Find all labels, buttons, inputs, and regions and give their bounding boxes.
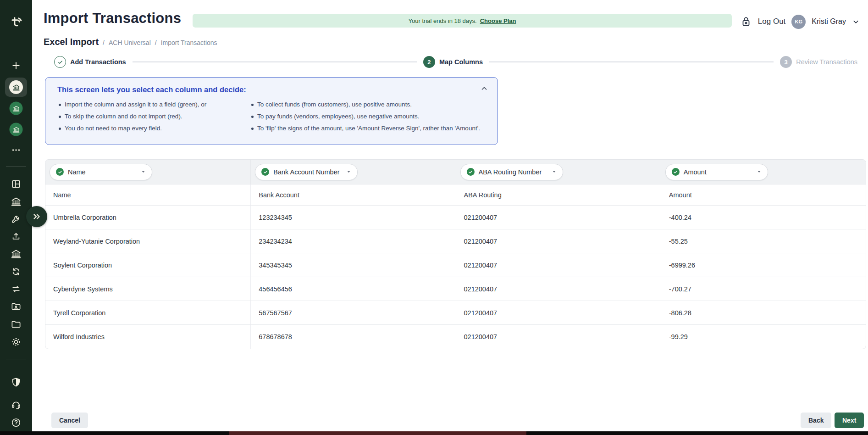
more-companies-button[interactable] — [11, 145, 21, 155]
table-row: Tyrell Corporation 567567567 021200407 -… — [45, 301, 866, 325]
table-row: Wilford Industries 678678678 021200407 -… — [45, 325, 866, 349]
sidebar-item-support[interactable] — [11, 400, 22, 410]
step-review-transactions: 3 Review Transactions — [780, 56, 857, 68]
cell-bank-account: 456456456 — [250, 277, 455, 301]
cell-bank-account: 345345345 — [250, 253, 455, 277]
sidebar-item-upload[interactable] — [11, 231, 21, 241]
table-header-row: Name Bank Account ABA Routing Amount — [45, 184, 866, 206]
breadcrumb-separator: / — [103, 39, 105, 46]
instruction-bullet: To 'flip' the signs of the amount, use '… — [250, 125, 480, 132]
mapped-check-icon — [467, 168, 475, 176]
instructions-left-list: Import the column and assign it to a fie… — [57, 101, 250, 137]
sidebar-item-contacts-folder[interactable] — [11, 301, 22, 312]
chevron-up-icon[interactable] — [480, 84, 488, 95]
column-header: Name — [45, 184, 250, 205]
cell-name: Soylent Corporation — [45, 253, 250, 277]
instruction-bullet: Import the column and assign it to a fie… — [57, 101, 250, 108]
sidebar-expand-button[interactable] — [26, 206, 47, 227]
sidebar-item-company-active[interactable] — [5, 78, 27, 97]
step-add-transactions: Add Transactions — [54, 56, 126, 68]
header-user-area: Log Out KG Kristi Gray — [740, 13, 860, 30]
sidebar-item-exchange[interactable] — [11, 284, 21, 294]
bottom-taskbar — [0, 431, 868, 435]
column-header: Bank Account — [250, 184, 455, 205]
column-selector-row: Name Bank Account Number ABA Routing Num… — [45, 160, 866, 184]
sidebar-item-tools[interactable] — [11, 214, 22, 224]
caret-down-icon — [141, 169, 146, 174]
table-row: Umbrella Corporation 123234345 021200407… — [45, 206, 866, 229]
cell-aba-routing: 021200407 — [456, 325, 661, 349]
cell-name: Weyland-Yutanie Corporation — [45, 229, 250, 253]
bank-icon — [9, 80, 23, 94]
table-row: Weyland-Yutanie Corporation 234234234 02… — [45, 229, 866, 253]
lock-icon[interactable] — [740, 16, 752, 28]
bank-icon — [10, 102, 23, 115]
column-field-dropdown-amount[interactable]: Amount — [665, 164, 768, 180]
app-logo-icon — [9, 15, 23, 29]
bank-icon — [10, 123, 23, 136]
bottom-taskbar-accent — [229, 431, 526, 435]
next-button[interactable]: Next — [835, 413, 864, 428]
choose-plan-link[interactable]: Choose Plan — [480, 17, 516, 24]
dropdown-value: ABA Routing Number — [479, 168, 542, 176]
caret-down-icon — [346, 169, 351, 174]
cell-name: Wilford Industries — [45, 325, 250, 349]
dropdown-value: Name — [68, 168, 86, 176]
sidebar-divider — [6, 167, 26, 167]
cell-bank-account: 123234345 — [250, 206, 455, 229]
logout-button[interactable]: Log Out — [758, 17, 786, 26]
sidebar-item-sync[interactable] — [11, 267, 21, 277]
sidebar-item-folder[interactable] — [11, 319, 22, 330]
selector-cell: Name — [45, 160, 250, 184]
cell-aba-routing: 021200407 — [456, 253, 661, 277]
cell-name: Umbrella Corporation — [45, 206, 250, 229]
selector-cell: Amount — [661, 160, 866, 184]
sidebar-item-company-2[interactable] — [10, 102, 23, 115]
sidebar-item-security[interactable] — [11, 377, 22, 388]
dropdown-value: Bank Account Number — [273, 168, 339, 176]
column-field-dropdown-name[interactable]: Name — [50, 164, 152, 180]
cell-bank-account: 678678678 — [250, 325, 455, 349]
cell-bank-account: 234234234 — [250, 229, 455, 253]
mapped-check-icon — [56, 168, 64, 176]
cell-amount: -99.29 — [661, 325, 866, 349]
instructions-right-list: To collect funds (from customers), use p… — [250, 101, 480, 137]
sidebar-item-bank[interactable] — [11, 196, 22, 207]
wizard-stepper: Add Transactions 2 Map Columns 3 Review … — [54, 55, 857, 69]
sidebar-divider — [6, 359, 26, 359]
step-number-badge: 3 — [780, 56, 792, 68]
cell-amount: -55.25 — [661, 229, 866, 253]
cell-aba-routing: 021200407 — [456, 277, 661, 301]
chevron-down-icon[interactable] — [852, 18, 860, 26]
stepper-connector — [133, 61, 417, 62]
dropdown-value: Amount — [684, 168, 707, 176]
table-row: Cyberdyne Systems 456456456 021200407 -7… — [45, 277, 866, 301]
sidebar-item-help[interactable] — [11, 418, 22, 428]
sidebar-item-company-3[interactable] — [10, 123, 23, 136]
add-company-button[interactable] — [11, 61, 22, 71]
instructions-title: This screen lets you select each column … — [57, 85, 486, 94]
breadcrumb-item[interactable]: ACH Universal — [109, 39, 151, 46]
cell-name: Cyberdyne Systems — [45, 277, 250, 301]
instruction-bullet: To skip the column and do not import (re… — [57, 113, 250, 120]
cell-aba-routing: 021200407 — [456, 301, 661, 324]
instruction-bullet: To pay funds (vendors, employees), use n… — [250, 113, 480, 120]
avatar[interactable]: KG — [791, 15, 806, 29]
selector-cell: Bank Account Number — [250, 160, 455, 184]
column-field-dropdown-bank-account[interactable]: Bank Account Number — [255, 164, 358, 180]
column-header: ABA Routing — [456, 184, 661, 205]
back-button[interactable]: Back — [801, 413, 831, 428]
column-field-dropdown-aba-routing[interactable]: ABA Routing Number — [460, 164, 563, 180]
user-name: Kristi Gray — [812, 17, 846, 26]
step-label: Add Transactions — [70, 58, 126, 66]
sidebar-item-institution[interactable] — [11, 248, 22, 259]
cell-amount: -6999.26 — [661, 253, 866, 277]
breadcrumb-primary: Excel Import — [44, 37, 99, 47]
breadcrumb-item: Import Transactions — [161, 39, 217, 46]
cancel-button[interactable]: Cancel — [51, 413, 88, 428]
sidebar-item-dashboard[interactable] — [11, 179, 22, 190]
breadcrumb-separator: / — [155, 39, 157, 46]
cell-amount: -400.24 — [661, 206, 866, 229]
cell-name: Tyrell Corporation — [45, 301, 250, 324]
sidebar-item-settings[interactable] — [11, 336, 22, 347]
